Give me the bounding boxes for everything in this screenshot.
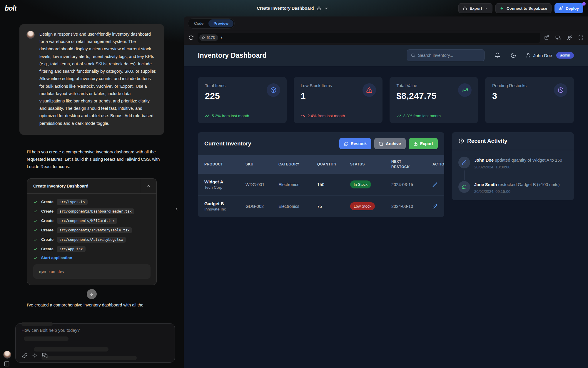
chat-input-box[interactable] <box>15 323 175 363</box>
kpi-trend: 3.8% from last month <box>397 114 441 118</box>
url-path: / <box>221 35 222 40</box>
step-file[interactable]: src/components/InventoryTable.tsx <box>57 227 132 233</box>
step-label[interactable]: Start application <box>41 256 72 260</box>
editor-tabs-row: Code Preview <box>184 16 588 30</box>
inventory-table-card: Current Inventory Restock Archive <box>198 132 444 217</box>
column-product: PRODUCT <box>204 162 245 166</box>
quantity-cell[interactable]: 150 <box>317 182 350 187</box>
step-file[interactable]: src/components/DashboardHeader.tsx <box>57 208 134 214</box>
download-icon <box>413 142 418 146</box>
app-viewport: Inventory Dashboard John Doe admin <box>184 45 588 368</box>
bolt-workspace: bolt Create Inventory Dashboard Export C… <box>0 0 588 368</box>
check-icon <box>33 200 38 204</box>
kpi-trend-text: 2.4% from last month <box>308 114 345 118</box>
kpi-trend-text: 5.2% from last month <box>212 114 249 118</box>
assistant-intro-text: I'll help you create a comprehensive inv… <box>27 148 165 171</box>
trending-down-icon <box>301 114 305 118</box>
bolt-logo[interactable]: bolt <box>5 4 16 12</box>
inspector-off-icon[interactable] <box>567 35 572 40</box>
column-actions: ACTIONS <box>432 162 444 166</box>
sku-cell: GDG-002 <box>245 204 278 209</box>
scroll-to-bottom-button[interactable] <box>87 289 97 299</box>
product-name: Gadget B <box>204 201 245 206</box>
column-status: STATUS <box>350 162 391 166</box>
restock-label: Restock <box>351 141 367 146</box>
reload-icon[interactable] <box>188 35 194 40</box>
link-icon[interactable] <box>22 353 28 358</box>
export-table-button[interactable]: Export <box>409 138 438 149</box>
table-row[interactable]: Widget A Tech Corp WDG-001 Electronics 1… <box>198 173 444 195</box>
activity-text: Jane Smith restocked Gadget B (+100 unit… <box>474 181 560 188</box>
upload-icon <box>463 6 467 11</box>
step-file[interactable]: src/types.ts <box>57 199 88 205</box>
devices-icon[interactable] <box>555 35 561 40</box>
user-message: Design a responsive and user-friendly in… <box>19 24 164 135</box>
chat-input[interactable] <box>21 328 163 344</box>
archive-button[interactable]: Archive <box>374 138 405 149</box>
column-sku: SKU <box>245 162 278 166</box>
project-title-group[interactable]: Create Inventory Dashboard <box>257 0 328 16</box>
export-button[interactable]: Export <box>458 3 492 13</box>
recent-activity-card: Recent Activity John Doe updated quantit… <box>452 132 574 200</box>
column-quantity: QUANTITY <box>317 162 350 166</box>
next-restock-cell: 2024-03-15 <box>391 182 432 187</box>
port-badge[interactable]: 5173 <box>199 34 218 41</box>
step-label: Create <box>41 237 54 242</box>
tab-code[interactable]: Code <box>189 19 208 27</box>
tab-preview[interactable]: Preview <box>208 19 233 27</box>
project-title: Create Inventory Dashboard <box>257 6 314 11</box>
deploy-button[interactable]: Deploy <box>554 3 583 13</box>
search-input[interactable] <box>418 53 481 58</box>
sparkles-icon[interactable] <box>32 353 38 358</box>
category-cell: Electronics <box>278 204 317 209</box>
chevron-up-icon <box>146 184 151 188</box>
collapse-chat-button[interactable] <box>174 207 179 212</box>
edit-row-button[interactable] <box>432 182 444 187</box>
browser-toolbar: 5173 / <box>184 30 588 45</box>
export-table-label: Export <box>420 141 433 146</box>
plan-step: Create src/App.tsx <box>33 246 151 252</box>
table-row[interactable]: Gadget B Innovate Inc GDG-002 Electronic… <box>198 195 444 217</box>
redacted-text <box>41 356 137 360</box>
command-name: npm <box>39 269 46 274</box>
step-file[interactable]: src/components/ActivityLog.tsx <box>57 237 126 243</box>
step-file[interactable]: src/components/KPICard.tsx <box>57 218 117 224</box>
step-file[interactable]: src/App.tsx <box>57 246 85 252</box>
bell-icon[interactable] <box>495 52 500 58</box>
panel-left-icon[interactable] <box>4 361 10 367</box>
dark-mode-toggle-icon[interactable] <box>510 52 516 58</box>
inventory-search[interactable] <box>407 49 485 61</box>
clock-icon <box>554 83 567 97</box>
quantity-cell[interactable]: 75 <box>317 204 350 209</box>
user-menu[interactable]: John Doe admin <box>526 52 574 59</box>
fullscreen-icon[interactable] <box>578 35 583 40</box>
profile-avatar[interactable] <box>3 351 11 359</box>
edit-row-button[interactable] <box>432 204 444 209</box>
plan-step: Create src/components/ActivityLog.tsx <box>33 237 151 243</box>
restock-button[interactable]: Restock <box>339 138 371 149</box>
connect-supabase-button[interactable]: Connect to Supabase <box>495 3 552 13</box>
url-bar[interactable]: 5173 / <box>198 33 540 43</box>
open-external-icon[interactable] <box>544 35 549 40</box>
collapse-plan-button[interactable] <box>140 179 156 193</box>
column-category: CATEGORY <box>278 162 317 166</box>
trending-up-icon <box>458 83 472 97</box>
chat-scroll-area[interactable]: Design a responsive and user-friendly in… <box>0 16 184 368</box>
step-label: Create <box>41 200 54 204</box>
archive-label: Archive <box>386 141 401 146</box>
step-label: Create <box>41 218 54 223</box>
terminal-command: npm run dev <box>33 264 151 279</box>
rocket-icon <box>559 6 563 11</box>
plan-card: Create Inventory Dashboard Create src/ty… <box>27 178 157 285</box>
redacted-text <box>24 336 69 341</box>
refresh-icon <box>344 142 348 146</box>
redacted-text <box>34 347 108 352</box>
activity-item: John Doe updated quantity of Widget A to… <box>458 157 567 169</box>
top-bar-actions: Export Connect to Supabase Deploy <box>458 3 583 13</box>
check-icon <box>33 209 38 214</box>
supabase-bolt-icon <box>500 6 504 11</box>
kpi-low-stock-items: Low Stock Items 1 2.4% from last month <box>294 77 382 123</box>
chevron-down-icon[interactable] <box>324 6 328 10</box>
chat-bubbles-icon[interactable] <box>42 353 48 358</box>
preview-panel: Code Preview 5173 / <box>184 16 588 368</box>
